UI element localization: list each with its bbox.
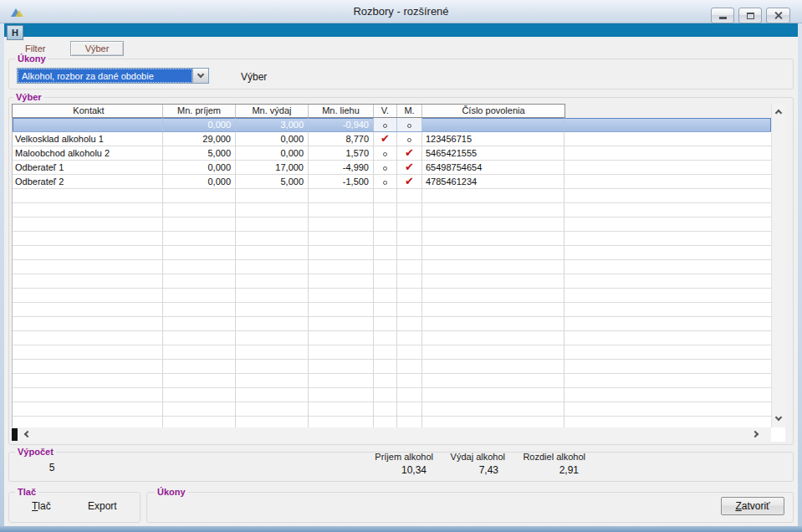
- table-row[interactable]: [13, 345, 771, 360]
- cell-kontakt: [13, 374, 163, 388]
- vertical-scrollbar[interactable]: [771, 104, 785, 427]
- vypocet-group-label: Výpočet: [15, 447, 56, 457]
- cell-m: [397, 417, 422, 427]
- cell-kontakt: [13, 345, 163, 360]
- app-window: { "window": { "title": "Rozbory - rozšír…: [0, 0, 802, 532]
- cell-vydaj: [236, 360, 309, 374]
- export-button[interactable]: Export: [88, 500, 117, 512]
- cell-m: ✔: [397, 161, 422, 175]
- cell-prijem: 0,000: [163, 118, 236, 132]
- table-row[interactable]: [13, 360, 771, 374]
- table-row[interactable]: Odberateľ 20,0005,000-1,500✔4785461234: [13, 175, 771, 189]
- minimize-button[interactable]: [711, 8, 734, 23]
- cell-v: [374, 232, 397, 246]
- cell-vydaj: [236, 289, 309, 303]
- cell-prijem: [163, 217, 236, 232]
- column-header-cislo[interactable]: Číslo povolenia: [422, 105, 564, 117]
- table-row[interactable]: [13, 374, 771, 388]
- cell-v: [374, 146, 397, 161]
- cell-vydaj: [236, 345, 309, 360]
- table-row[interactable]: [13, 402, 771, 417]
- table-row[interactable]: [13, 317, 771, 331]
- column-header-v[interactable]: V.: [374, 105, 397, 117]
- column-header-prijem[interactable]: Mn. príjem: [163, 105, 236, 117]
- column-header-vydaj[interactable]: Mn. výdaj: [236, 105, 309, 117]
- window-title: Rozbory - rozšírené: [0, 5, 802, 18]
- action-combobox[interactable]: Alkohol, rozbor za dané obdobie: [17, 68, 209, 84]
- table-row[interactable]: [13, 289, 771, 303]
- tab-filter[interactable]: Filter: [25, 43, 45, 54]
- cell-vydaj: 0,000: [236, 146, 309, 161]
- table-row[interactable]: [13, 388, 771, 402]
- cell-liehu: [309, 289, 374, 303]
- scroll-up-icon[interactable]: [775, 110, 782, 116]
- cell-filler: [564, 360, 771, 374]
- record-count: 5: [42, 462, 62, 473]
- zatvorit-accel: Z: [735, 500, 741, 512]
- scroll-down-icon[interactable]: [775, 414, 782, 421]
- scroll-left-icon[interactable]: [24, 431, 31, 437]
- accent-bar: [4, 23, 798, 37]
- print-button[interactable]: Tlač: [32, 500, 51, 512]
- zatvorit-button[interactable]: Zatvoriť: [721, 497, 784, 515]
- table-row[interactable]: [13, 274, 771, 289]
- cell-kontakt: [13, 246, 163, 260]
- h-toolbar-button[interactable]: H: [7, 25, 23, 40]
- cell-vydaj: [236, 317, 309, 331]
- column-header-liehu[interactable]: Mn. liehu: [309, 105, 374, 117]
- cell-filler: [564, 402, 771, 417]
- check-icon: ✔: [405, 175, 414, 187]
- print-button-rest: lač: [38, 500, 50, 512]
- table-row[interactable]: [13, 203, 771, 217]
- cell-kontakt: [13, 303, 163, 317]
- grid-body: 0,0003,000-0,940Velkosklad alkoholu 129,…: [12, 118, 771, 427]
- close-button[interactable]: [766, 8, 790, 23]
- combo-action-label: Výber: [241, 71, 267, 83]
- cell-cislo: [422, 345, 564, 360]
- horizontal-scrollbar[interactable]: [12, 427, 771, 442]
- cell-v: [374, 331, 397, 345]
- cell-vydaj: [236, 331, 309, 345]
- cell-cislo: [422, 189, 564, 203]
- table-row[interactable]: [13, 189, 771, 203]
- minimize-icon: [719, 17, 727, 19]
- restore-button[interactable]: [738, 8, 762, 23]
- cell-v: [374, 203, 397, 217]
- cell-vydaj: [236, 232, 309, 246]
- table-row[interactable]: [13, 417, 771, 427]
- scroll-right-icon[interactable]: [752, 431, 759, 437]
- chevron-down-icon: [197, 71, 204, 78]
- table-row[interactable]: [13, 260, 771, 274]
- ukony-group-label: Úkony: [15, 54, 49, 64]
- table-row[interactable]: [13, 246, 771, 260]
- column-header-m[interactable]: M.: [397, 105, 422, 117]
- cell-kontakt: [13, 331, 163, 345]
- table-row[interactable]: 0,0003,000-0,940: [13, 118, 771, 132]
- tab-vyber[interactable]: Výber: [70, 41, 124, 56]
- table-row[interactable]: Velkosklad alkoholu 129,0000,0008,770✔12…: [13, 132, 771, 146]
- title-bar[interactable]: Rozbory - rozšírené: [0, 0, 802, 23]
- cell-cislo: [422, 303, 564, 317]
- table-row[interactable]: [13, 303, 771, 317]
- cell-kontakt: [13, 260, 163, 274]
- combobox-value: Alkohol, rozbor za dané obdobie: [18, 69, 192, 83]
- cell-cislo: [422, 289, 564, 303]
- column-header-kontakt[interactable]: Kontakt: [13, 105, 163, 117]
- cell-liehu: [309, 317, 374, 331]
- hscroll-thumb[interactable]: [12, 428, 18, 441]
- table-row[interactable]: [13, 331, 771, 345]
- cell-m: [397, 360, 422, 374]
- circle-icon: [383, 166, 387, 171]
- table-row[interactable]: [13, 217, 771, 232]
- cell-kontakt: [13, 274, 163, 289]
- table-row[interactable]: [13, 232, 771, 246]
- table-row[interactable]: Maloobchod alkoholu 25,0000,0001,570✔546…: [13, 146, 771, 161]
- cell-kontakt: [13, 217, 163, 232]
- cell-kontakt: [13, 289, 163, 303]
- cell-kontakt: [13, 388, 163, 402]
- cell-m: [397, 260, 422, 274]
- cell-filler: [564, 132, 771, 146]
- cell-cislo: [422, 118, 564, 132]
- combobox-dropdown-button[interactable]: [192, 69, 208, 83]
- table-row[interactable]: Odberateľ 10,00017,000-4,990✔65498754654: [13, 161, 771, 175]
